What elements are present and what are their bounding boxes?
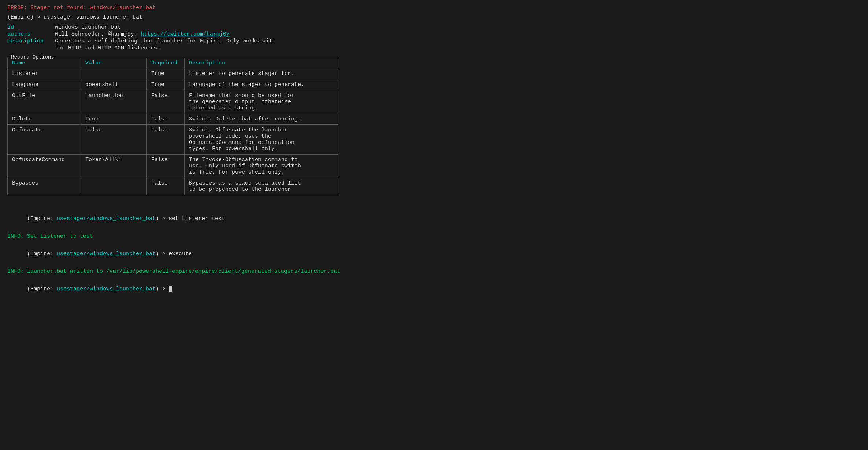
cell-required: True bbox=[147, 79, 185, 90]
prompt3-suffix: ) > execute bbox=[156, 251, 192, 257]
cell-value: False bbox=[81, 125, 147, 155]
record-options-label: Record Options bbox=[10, 54, 56, 60]
table-row: ObfuscateCommandToken\All\1FalseThe Invo… bbox=[8, 155, 338, 178]
cmd-block: (Empire: usestager/windows_launcher_bat)… bbox=[7, 206, 861, 302]
meta-desc-line2: the HTTP and HTTP COM listeners. bbox=[55, 45, 861, 51]
cell-value bbox=[81, 68, 147, 79]
initial-prompt: (Empire) > usestager windows_launcher_ba… bbox=[7, 13, 861, 22]
cell-value: Token\All\1 bbox=[81, 155, 147, 178]
cell-name: Listener bbox=[8, 68, 81, 79]
meta-desc-key: description bbox=[7, 38, 55, 44]
prompt4-context: usestager/windows_launcher_bat bbox=[57, 286, 156, 292]
cell-name: Language bbox=[8, 79, 81, 90]
prompt2-suffix: ) > set Listener test bbox=[156, 216, 225, 222]
meta-desc-value: Generates a self-deleting .bat launcher … bbox=[55, 38, 276, 44]
cell-required: False bbox=[147, 125, 185, 155]
prompt3-context: usestager/windows_launcher_bat bbox=[57, 251, 156, 257]
prompt4-suffix: ) > bbox=[156, 286, 169, 292]
cell-value: powershell bbox=[81, 79, 147, 90]
meta-desc-row: description Generates a self-deleting .b… bbox=[7, 38, 861, 44]
table-row: LanguagepowershellTrueLanguage of the st… bbox=[8, 79, 338, 90]
cell-required: False bbox=[147, 90, 185, 114]
table-header-row: Name Value Required Description bbox=[8, 58, 338, 68]
info1-line: INFO: Set Listener to test bbox=[7, 232, 861, 241]
prompt2-context: usestager/windows_launcher_bat bbox=[57, 216, 156, 222]
cell-required: True bbox=[147, 68, 185, 79]
prompt4-prefix: (Empire: bbox=[27, 286, 57, 292]
cursor bbox=[169, 286, 172, 292]
cell-required: False bbox=[147, 155, 185, 178]
options-table: Name Value Required Description Listener… bbox=[7, 58, 338, 195]
cell-description: The Invoke-Obfuscation command to use. O… bbox=[185, 155, 338, 178]
error-line: ERROR: Stager not found: windows/launche… bbox=[7, 4, 861, 12]
info2-line: INFO: launcher.bat written to /var/lib/p… bbox=[7, 267, 861, 276]
cell-name: Bypasses bbox=[8, 178, 81, 195]
cell-description: Listener to generate stager for. bbox=[185, 68, 338, 79]
prompt2-prefix: (Empire: bbox=[27, 216, 57, 222]
authors-link[interactable]: https://twitter.com/harmj0y bbox=[141, 31, 230, 37]
meta-id-key: id bbox=[7, 24, 55, 30]
cell-description: Switch. Delete .bat after running. bbox=[185, 114, 338, 125]
meta-authors-key: authors bbox=[7, 31, 55, 37]
prompt3-line: (Empire: usestager/windows_launcher_bat)… bbox=[7, 241, 861, 267]
meta-authors-row: authors Will Schroeder, @harmj0y, https:… bbox=[7, 31, 861, 37]
cell-name: Obfuscate bbox=[8, 125, 81, 155]
authors-text: Will Schroeder, @harmj0y, bbox=[55, 31, 141, 37]
col-header-value: Value bbox=[81, 58, 147, 68]
cell-required: False bbox=[147, 114, 185, 125]
cell-name: ObfuscateCommand bbox=[8, 155, 81, 178]
cell-description: Bypasses as a space separated list to be… bbox=[185, 178, 338, 195]
table-row: OutFilelauncher.batFalseFilename that sh… bbox=[8, 90, 338, 114]
cell-value: True bbox=[81, 114, 147, 125]
meta-id-value: windows_launcher_bat bbox=[55, 24, 121, 30]
terminal-window: ERROR: Stager not found: windows/launche… bbox=[7, 4, 861, 302]
cell-name: OutFile bbox=[8, 90, 81, 114]
meta-id-row: id windows_launcher_bat bbox=[7, 24, 861, 30]
record-options-wrapper: Record Options Name Value Required Descr… bbox=[7, 58, 338, 195]
prompt4-line: (Empire: usestager/windows_launcher_bat)… bbox=[7, 276, 861, 302]
cell-description: Filename that should be used for the gen… bbox=[185, 90, 338, 114]
table-row: BypassesFalseBypasses as a space separat… bbox=[8, 178, 338, 195]
prompt3-prefix: (Empire: bbox=[27, 251, 57, 257]
table-row: ListenerTrueListener to generate stager … bbox=[8, 68, 338, 79]
prompt2-line: (Empire: usestager/windows_launcher_bat)… bbox=[7, 206, 861, 232]
cell-name: Delete bbox=[8, 114, 81, 125]
cell-required: False bbox=[147, 178, 185, 195]
table-row: DeleteTrueFalseSwitch. Delete .bat after… bbox=[8, 114, 338, 125]
cell-description: Language of the stager to generate. bbox=[185, 79, 338, 90]
col-header-description: Description bbox=[185, 58, 338, 68]
table-row: ObfuscateFalseFalseSwitch. Obfuscate the… bbox=[8, 125, 338, 155]
col-header-required: Required bbox=[147, 58, 185, 68]
meta-authors-value: Will Schroeder, @harmj0y, https://twitte… bbox=[55, 31, 230, 37]
cell-value bbox=[81, 178, 147, 195]
cell-value: launcher.bat bbox=[81, 90, 147, 114]
cell-description: Switch. Obfuscate the launcher powershel… bbox=[185, 125, 338, 155]
meta-section: id windows_launcher_bat authors Will Sch… bbox=[7, 24, 861, 51]
